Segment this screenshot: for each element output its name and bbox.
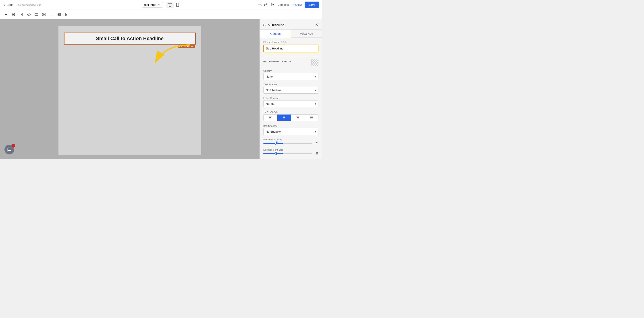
align-center-button[interactable] (277, 115, 291, 121)
svg-rect-14 (66, 14, 67, 16)
panel-header: Sub Headline ✕ (260, 19, 322, 30)
grid-button[interactable] (40, 11, 47, 17)
box-shadow-dropdown-wrapper: No Shadow (263, 128, 318, 135)
undo-button[interactable] (257, 2, 263, 8)
box-shadow-select[interactable]: No Shadow (263, 128, 318, 135)
save-button[interactable]: Save (304, 1, 319, 8)
svg-rect-8 (42, 15, 44, 16)
letter-spacing-label: Letter Spacing (263, 97, 318, 99)
undo-redo (257, 2, 275, 8)
opacity-label: Opacity (263, 70, 318, 72)
letter-spacing-select[interactable]: Normal (263, 100, 318, 107)
letter-spacing-row: Letter Spacing Normal (263, 97, 318, 107)
mobile-icon[interactable] (175, 2, 180, 8)
add-element-button[interactable] (3, 11, 9, 17)
panel-tabs: General Advanced (260, 30, 322, 38)
svg-rect-5 (35, 13, 38, 15)
pages-button[interactable] (18, 11, 24, 17)
right-panel: Sub Headline ✕ General Advanced Element … (260, 19, 322, 159)
layers-button[interactable] (10, 11, 17, 17)
letter-spacing-dropdown-wrapper: Normal (263, 100, 318, 107)
panel-content: Element Name / Title BACKGROUND COLOR Op… (260, 38, 322, 159)
chat-badge: 13 (12, 144, 15, 147)
panel-close-button[interactable]: ✕ (315, 22, 318, 27)
box-shadow-label: Box Shadow (263, 125, 318, 127)
text-shadow-select[interactable]: No Shadow (263, 87, 318, 94)
sub-headline-text: Small Call to Action Headline (96, 36, 164, 41)
page-selector[interactable]: test three (142, 2, 163, 7)
box-shadow-row: Box Shadow No Shadow (263, 125, 318, 135)
preview-small-button[interactable] (33, 11, 40, 17)
mobile-font-size-label: Mobile Font Size (263, 138, 318, 141)
align-justify-button[interactable] (305, 115, 318, 121)
svg-rect-13 (66, 13, 68, 14)
svg-rect-0 (168, 3, 172, 6)
bg-color-row: BACKGROUND COLOR (263, 59, 318, 66)
text-shadow-label: Text Shadow (263, 83, 318, 86)
opacity-dropdown-wrapper: None (263, 73, 318, 80)
sub-headline-box[interactable]: Small Call to Action Headline SUB HEADLI… (64, 32, 196, 45)
settings-icon-button[interactable] (269, 2, 275, 8)
sub-headline-wrapper[interactable]: Small Call to Action Headline SUB HEADLI… (64, 32, 196, 45)
desktop-icon[interactable] (166, 2, 174, 8)
typography-type-label: Typography Type (263, 159, 318, 159)
media-button[interactable] (56, 11, 62, 17)
device-icons (166, 2, 180, 8)
tab-general[interactable]: General (260, 30, 291, 38)
text-shadow-dropdown-wrapper: No Shadow (263, 87, 318, 94)
bg-color-swatch[interactable] (311, 59, 318, 66)
desktop-font-size-row: Desktop Font Size 23 (263, 149, 318, 155)
layout-button[interactable] (48, 11, 55, 17)
element-name-label: Element Name / Title (263, 41, 318, 43)
canvas-area[interactable]: Small Call to Action Headline SUB HEADLI… (0, 19, 260, 159)
chat-bubble[interactable]: 13 (4, 145, 14, 155)
top-bar-left: Back Last saved 2 days ago (3, 3, 41, 6)
top-bar-right: Versions Preview Save (257, 1, 320, 8)
text-align-section: TEXT ALIGN (263, 110, 318, 121)
typography-type-row: Typography Type (263, 159, 318, 159)
sub-headline-badge: SUB HEADLINE (178, 45, 195, 48)
desktop-font-size-slider-wrapper: 23 (263, 152, 318, 155)
desktop-font-size-value: 23 (314, 152, 318, 155)
mobile-font-size-row: Mobile Font Size 23 (263, 138, 318, 145)
text-align-buttons (263, 114, 318, 121)
text-align-label: TEXT ALIGN (263, 110, 318, 113)
tab-advanced[interactable]: Advanced (291, 30, 322, 37)
align-left-button[interactable] (264, 115, 277, 121)
back-button[interactable]: Back (3, 3, 13, 6)
toolbar (0, 10, 322, 19)
element-name-input[interactable] (263, 45, 318, 52)
opacity-row: Opacity None (263, 70, 318, 80)
desktop-font-size-label: Desktop Font Size (263, 149, 318, 151)
svg-point-2 (178, 6, 178, 6)
main-area: Small Call to Action Headline SUB HEADLI… (0, 19, 322, 159)
divider-1 (263, 56, 318, 56)
text-shadow-row: Text Shadow No Shadow (263, 83, 318, 94)
svg-rect-7 (44, 13, 45, 14)
svg-rect-6 (42, 13, 44, 14)
forms-button[interactable] (63, 11, 70, 17)
panel-title: Sub Headline (263, 23, 284, 27)
svg-rect-9 (44, 15, 45, 16)
top-bar-center: test three (142, 2, 180, 8)
saved-text: Last saved 2 days ago (17, 3, 41, 6)
mobile-font-size-value: 23 (314, 142, 318, 145)
element-name-group: Element Name / Title (263, 41, 318, 52)
preview-button[interactable]: Preview (292, 3, 302, 6)
canvas-page: Small Call to Action Headline SUB HEADLI… (58, 26, 201, 155)
mobile-font-size-slider-wrapper: 23 (263, 142, 318, 145)
versions-button[interactable]: Versions (278, 3, 289, 6)
opacity-select[interactable]: None (263, 73, 318, 80)
code-button[interactable] (26, 11, 32, 17)
svg-point-3 (272, 4, 273, 5)
mobile-font-size-slider[interactable] (263, 143, 312, 144)
bg-color-label: BACKGROUND COLOR (263, 60, 291, 63)
redo-button[interactable] (263, 2, 269, 8)
svg-rect-10 (50, 13, 53, 16)
align-right-button[interactable] (291, 115, 305, 121)
top-bar: Back Last saved 2 days ago test three (0, 0, 322, 10)
desktop-font-size-slider[interactable] (263, 153, 312, 154)
